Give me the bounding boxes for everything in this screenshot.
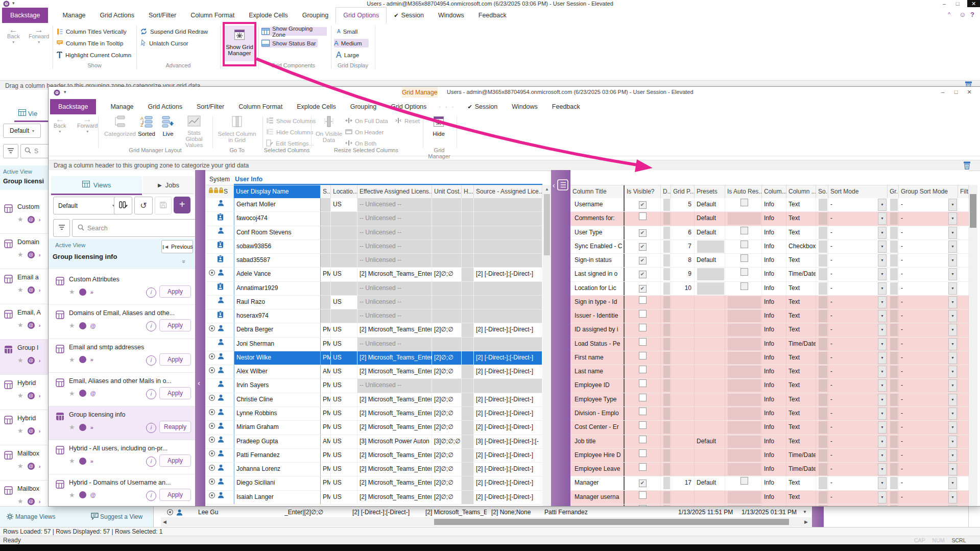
- apply-button[interactable]: Apply: [159, 319, 191, 331]
- sort-mode-dropdown-icon[interactable]: ▼: [878, 310, 887, 322]
- sidebar-view-item[interactable]: Mailbox★@›: [0, 481, 49, 506]
- sort-mode-dropdown-icon[interactable]: ▼: [948, 379, 957, 392]
- column-header[interactable]: H...: [462, 185, 474, 199]
- sort-mode-dropdown-icon[interactable]: ▼: [878, 338, 887, 350]
- tab-manage[interactable]: Manage: [103, 99, 140, 114]
- manager-column-row[interactable]: Username✔5DefaultInfoText-▼-▼: [570, 198, 969, 212]
- tab-explode-cells[interactable]: Explode Cells: [290, 99, 343, 114]
- auto-resize-checkbox[interactable]: [740, 477, 748, 485]
- sort-mode-dropdown-icon[interactable]: ▼: [878, 463, 887, 475]
- target-icon[interactable]: [208, 463, 216, 476]
- sort-mode-dropdown-icon[interactable]: ▼: [948, 463, 957, 475]
- manager-column-header[interactable]: Column ...: [786, 185, 816, 199]
- column-header[interactable]: Source - Assigned Lice...: [474, 185, 542, 199]
- suggest-view-button[interactable]: Suggest a View: [100, 513, 142, 520]
- sort-mode-dropdown-icon[interactable]: ▼: [948, 254, 957, 267]
- visible-checkbox[interactable]: [639, 296, 647, 304]
- sort-mode-dropdown-icon[interactable]: ▼: [948, 282, 957, 295]
- manager-column-header[interactable]: Filte ▲: [958, 185, 969, 199]
- tab-manage[interactable]: Manage: [55, 8, 92, 23]
- info-icon[interactable]: i: [146, 389, 156, 399]
- user-row[interactable]: Pradeep GuptaAMUS[3] Microsoft Power Aut…: [206, 435, 542, 449]
- panel-vertical-scrollbar[interactable]: [969, 185, 977, 506]
- apply-button[interactable]: Apply: [159, 489, 191, 501]
- visible-checkbox[interactable]: [639, 352, 647, 360]
- user-row[interactable]: Patti FernandezPMUS[2] Microsoft_Teams_E…: [206, 449, 542, 463]
- collapse-ribbon-icon[interactable]: ^: [948, 11, 950, 17]
- manager-column-row[interactable]: Location for Lic✔10InfoText-▼-▼: [570, 282, 969, 296]
- user-row[interactable]: Christie ClinePMUS[2] Microsoft_Teams_En…: [206, 393, 542, 407]
- target-icon[interactable]: [208, 421, 216, 434]
- sort-mode-dropdown-icon[interactable]: ▼: [878, 436, 887, 448]
- user-row[interactable]: Miriam GrahamPMUS[2] Microsoft_Teams_Ent…: [206, 421, 542, 435]
- user-row[interactable]: sobaw93856-- Unlicensed --: [206, 240, 542, 254]
- view-preset-dropdown[interactable]: Default ▾: [53, 197, 119, 214]
- feedback-smiley-icon[interactable]: ☺: [959, 11, 966, 18]
- visible-checkbox[interactable]: [639, 338, 647, 346]
- sort-mode-dropdown-icon[interactable]: ▼: [878, 212, 887, 225]
- app-logo-icon[interactable]: [54, 89, 60, 98]
- tab-grouping[interactable]: Grouping: [343, 99, 384, 114]
- visible-checkbox[interactable]: ✔: [639, 285, 647, 293]
- manager-column-row[interactable]: Sign in type - IdInfoText-▼-▼: [570, 296, 969, 309]
- apply-button[interactable]: Apply: [159, 454, 191, 467]
- sort-mode-dropdown-icon[interactable]: ▼: [878, 408, 887, 420]
- tab-backstage[interactable]: Backstage: [50, 99, 96, 114]
- manager-column-row[interactable]: Manager GraphTechnicalInfoText-▼-▼: [570, 505, 969, 506]
- tab-grid-actions[interactable]: Grid Actions: [141, 99, 189, 114]
- sort-mode-dropdown-icon[interactable]: ▼: [878, 268, 887, 280]
- auto-resize-checkbox[interactable]: [740, 199, 748, 206]
- sidebar-view-item[interactable]: Hybrid★@›: [0, 375, 49, 410]
- sorted-button[interactable]: AZ Sorted: [136, 115, 157, 137]
- inner-grouping-zone[interactable]: Drag a column header to this grouping zo…: [49, 160, 980, 171]
- sort-mode-dropdown-icon[interactable]: ▼: [948, 477, 957, 489]
- user-row[interactable]: fawocoj474-- Unlicensed --: [206, 212, 542, 226]
- sort-mode-dropdown-icon[interactable]: ▼: [878, 421, 887, 434]
- manager-column-row[interactable]: User Type✔6DefaultInfoText-▼-▼: [570, 226, 969, 240]
- manager-column-header[interactable]: Sort Mode: [828, 185, 888, 199]
- sort-mode-dropdown-icon[interactable]: ▼: [948, 227, 957, 239]
- on-full-data-button[interactable]: On Full Data: [345, 116, 388, 125]
- tab-session[interactable]: ✔Session: [387, 8, 431, 23]
- visible-checkbox[interactable]: ✔: [639, 271, 647, 278]
- star-icon[interactable]: ★: [69, 356, 75, 364]
- auto-resize-checkbox[interactable]: [740, 254, 748, 262]
- manager-column-header[interactable]: D...: [661, 185, 671, 199]
- view-item[interactable]: Email, Aliases and other Mails in o...★@…: [49, 373, 195, 406]
- visible-checkbox[interactable]: [639, 310, 647, 318]
- sort-mode-dropdown-icon[interactable]: ▼: [948, 491, 957, 504]
- manager-column-row[interactable]: Manager✔17DefaultInfoText-▼-▼: [570, 476, 969, 490]
- auto-resize-checkbox[interactable]: [740, 282, 748, 290]
- star-icon[interactable]: ★: [69, 491, 75, 499]
- visible-checkbox[interactable]: [639, 408, 647, 415]
- visible-checkbox[interactable]: ✔: [639, 201, 647, 209]
- row-dropdown-icon[interactable]: ▼: [803, 510, 807, 514]
- visible-checkbox[interactable]: ✔: [639, 243, 647, 251]
- outer-filter-button[interactable]: [3, 144, 18, 158]
- target-icon[interactable]: [208, 435, 216, 448]
- highlight-current-column-button[interactable]: Highlight Current Column: [56, 51, 131, 59]
- user-row[interactable]: Debra BergerPMUS[2] Microsoft_Teams_Ente…: [206, 323, 542, 337]
- info-icon[interactable]: i: [146, 355, 156, 366]
- visible-checkbox[interactable]: [639, 421, 647, 429]
- sort-mode-dropdown-icon[interactable]: ▼: [878, 296, 887, 308]
- visible-checkbox[interactable]: [639, 324, 647, 331]
- target-icon[interactable]: [208, 352, 216, 365]
- visible-checkbox[interactable]: [639, 366, 647, 373]
- sidebar-view-item[interactable]: Mailbox★@›: [0, 445, 49, 481]
- sidebar-view-item[interactable]: Group l★@›: [0, 340, 49, 375]
- sort-mode-dropdown-icon[interactable]: ▼: [878, 477, 887, 489]
- forward-dropdown-icon[interactable]: ▾: [38, 39, 40, 45]
- manager-column-row[interactable]: Employee TypeInfoText-▼-▼: [570, 393, 969, 407]
- user-row[interactable]: Lynne RobbinsPMUS[2] Microsoft_Teams_Ent…: [206, 407, 542, 421]
- sort-mode-dropdown-icon[interactable]: ▼: [948, 436, 957, 448]
- manager-column-header[interactable]: Column Title: [570, 185, 625, 199]
- grid-vertical-scrollbar[interactable]: ▲: [543, 185, 551, 506]
- user-row[interactable]: Nestor WilkePMUS[2] Microsoft_Teams_Ente…: [206, 351, 542, 365]
- sort-mode-dropdown-icon[interactable]: ▼: [948, 296, 957, 308]
- sort-mode-dropdown-icon[interactable]: ▼: [948, 394, 957, 406]
- visible-checkbox[interactable]: [639, 394, 647, 401]
- outer-grid-row[interactable]: Lee Gu _Enter|[2]∅;∅ [2] [-Direct-];[-Di…: [161, 508, 812, 518]
- manager-column-row[interactable]: Load Status - PeInfoTime/Date-▼-▼: [570, 338, 969, 351]
- apply-button[interactable]: Apply: [159, 285, 191, 298]
